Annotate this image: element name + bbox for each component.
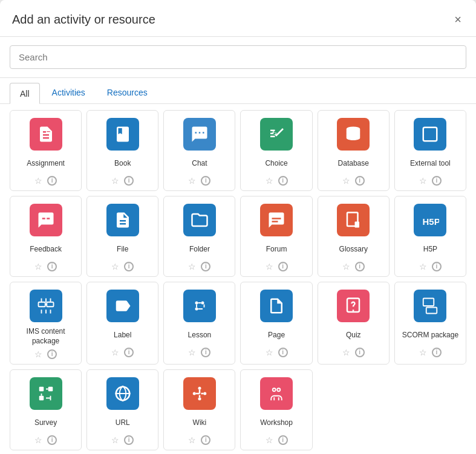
item-card-forum[interactable]: Forum ☆ i <box>240 196 312 277</box>
h5p-star[interactable]: ☆ <box>419 262 427 271</box>
close-button[interactable]: × <box>452 11 464 28</box>
book-info[interactable]: i <box>124 176 134 186</box>
quiz-star[interactable]: ☆ <box>342 348 350 357</box>
choice-actions: ☆ i <box>266 176 288 186</box>
ims-star[interactable]: ☆ <box>34 350 42 358</box>
quiz-info[interactable]: i <box>355 348 365 357</box>
item-card-wiki[interactable]: Wiki ☆ i <box>163 369 235 450</box>
item-card-book[interactable]: Book ☆ i <box>86 110 158 191</box>
survey-icon <box>30 377 62 410</box>
url-star[interactable]: ☆ <box>111 436 119 444</box>
assignment-info[interactable]: i <box>47 176 57 186</box>
ims-info[interactable]: i <box>47 349 57 359</box>
h5p-label: H5P <box>423 241 437 258</box>
workshop-info[interactable]: i <box>278 435 288 445</box>
label-label: Label <box>114 327 131 344</box>
search-input[interactable] <box>10 45 466 69</box>
label-star[interactable]: ☆ <box>111 348 119 357</box>
scorm-label: SCORM package <box>402 327 458 344</box>
item-card-page[interactable]: Page ☆ i <box>240 282 312 365</box>
item-card-ims[interactable]: IMS content package ☆ i <box>10 282 82 365</box>
tab-all[interactable]: All <box>10 83 40 104</box>
ims-label: IMS content package <box>14 327 77 346</box>
item-card-survey[interactable]: Survey ☆ i <box>10 369 82 450</box>
item-card-label[interactable]: Label ☆ i <box>86 282 158 365</box>
choice-star[interactable]: ☆ <box>266 177 273 185</box>
chat-actions: ☆ i <box>188 176 210 186</box>
item-card-assignment[interactable]: Assignment ☆ i <box>10 110 82 191</box>
database-star[interactable]: ☆ <box>342 177 350 185</box>
modal-header: Add an activity or resource × <box>0 0 476 37</box>
feedback-star[interactable]: ☆ <box>34 262 42 271</box>
scorm-star[interactable]: ☆ <box>419 348 427 357</box>
url-icon <box>106 377 139 410</box>
folder-icon <box>183 204 216 236</box>
book-label: Book <box>114 155 131 172</box>
item-card-glossary[interactable]: Glossary ☆ i <box>318 196 390 277</box>
item-card-url[interactable]: URL ☆ i <box>86 369 158 450</box>
file-star[interactable]: ☆ <box>111 262 119 271</box>
page-info[interactable]: i <box>278 348 288 357</box>
url-info[interactable]: i <box>124 435 134 445</box>
choice-info[interactable]: i <box>278 176 288 186</box>
item-card-scorm[interactable]: SCORM package ☆ i <box>394 282 466 365</box>
svg-point-23 <box>273 388 276 391</box>
h5p-icon: H5P <box>414 204 446 236</box>
wiki-actions: ☆ i <box>188 435 210 445</box>
feedback-info[interactable]: i <box>47 262 57 271</box>
item-card-quiz[interactable]: Quiz ☆ i <box>318 282 390 365</box>
item-card-workshop[interactable]: Workshop ☆ i <box>240 369 312 450</box>
page-label: Page <box>268 327 285 344</box>
item-card-h5p[interactable]: H5P H5P ☆ i <box>394 196 466 277</box>
item-card-file[interactable]: File ☆ i <box>86 196 158 277</box>
forum-star[interactable]: ☆ <box>266 262 273 271</box>
file-info[interactable]: i <box>124 262 134 271</box>
database-label: Database <box>338 155 369 172</box>
tab-resources[interactable]: Resources <box>97 83 157 104</box>
folder-info[interactable]: i <box>201 262 210 271</box>
svg-point-20 <box>198 387 201 390</box>
item-card-lesson[interactable]: Lesson ☆ i <box>163 282 235 365</box>
item-card-chat[interactable]: Chat ☆ i <box>163 110 235 191</box>
svg-point-10 <box>195 308 198 311</box>
ims-icon <box>30 290 62 322</box>
item-card-external-tool[interactable]: External tool ☆ i <box>394 110 466 191</box>
forum-info[interactable]: i <box>278 262 288 271</box>
lesson-icon <box>183 290 216 322</box>
tab-activities[interactable]: Activities <box>42 83 95 104</box>
h5p-info[interactable]: i <box>432 262 442 271</box>
glossary-info[interactable]: i <box>355 262 365 271</box>
ims-actions: ☆ i <box>34 349 57 359</box>
lesson-info[interactable]: i <box>201 348 210 357</box>
external-tool-info[interactable]: i <box>432 176 442 186</box>
database-info[interactable]: i <box>355 176 365 186</box>
item-card-folder[interactable]: Folder ☆ i <box>163 196 235 277</box>
assignment-star[interactable]: ☆ <box>34 177 42 185</box>
folder-star[interactable]: ☆ <box>188 262 196 271</box>
page-star[interactable]: ☆ <box>266 348 273 357</box>
workshop-label: Workshop <box>260 415 293 432</box>
label-info[interactable]: i <box>124 348 134 357</box>
scorm-info[interactable]: i <box>432 348 442 357</box>
svg-rect-4 <box>355 222 360 228</box>
lesson-star[interactable]: ☆ <box>188 348 196 357</box>
item-card-feedback[interactable]: Feedback ☆ i <box>10 196 82 277</box>
chat-star[interactable]: ☆ <box>188 177 196 185</box>
svg-rect-17 <box>48 387 53 392</box>
item-card-choice[interactable]: Choice ☆ i <box>240 110 312 191</box>
svg-rect-12 <box>353 310 354 311</box>
external-tool-star[interactable]: ☆ <box>419 177 427 185</box>
workshop-actions: ☆ i <box>266 435 288 445</box>
book-star[interactable]: ☆ <box>111 177 119 185</box>
survey-info[interactable]: i <box>47 435 57 445</box>
chat-info[interactable]: i <box>201 176 210 186</box>
survey-actions: ☆ i <box>34 435 57 445</box>
survey-star[interactable]: ☆ <box>34 436 42 444</box>
workshop-star[interactable]: ☆ <box>266 436 273 444</box>
item-card-database[interactable]: Database ☆ i <box>318 110 390 191</box>
forum-actions: ☆ i <box>266 262 288 271</box>
glossary-star[interactable]: ☆ <box>342 262 350 271</box>
assignment-label: Assignment <box>27 155 65 172</box>
wiki-star[interactable]: ☆ <box>188 436 196 444</box>
wiki-info[interactable]: i <box>201 435 210 445</box>
